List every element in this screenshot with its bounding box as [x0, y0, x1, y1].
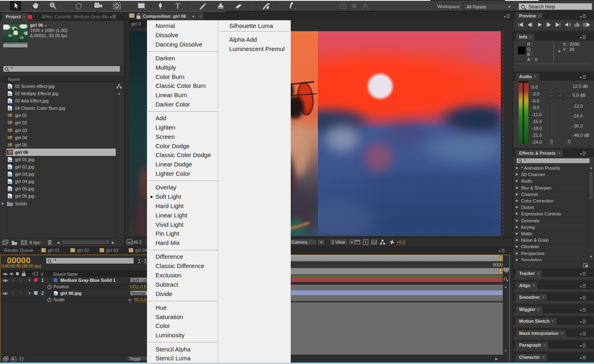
svg-text:T: T	[175, 2, 180, 10]
